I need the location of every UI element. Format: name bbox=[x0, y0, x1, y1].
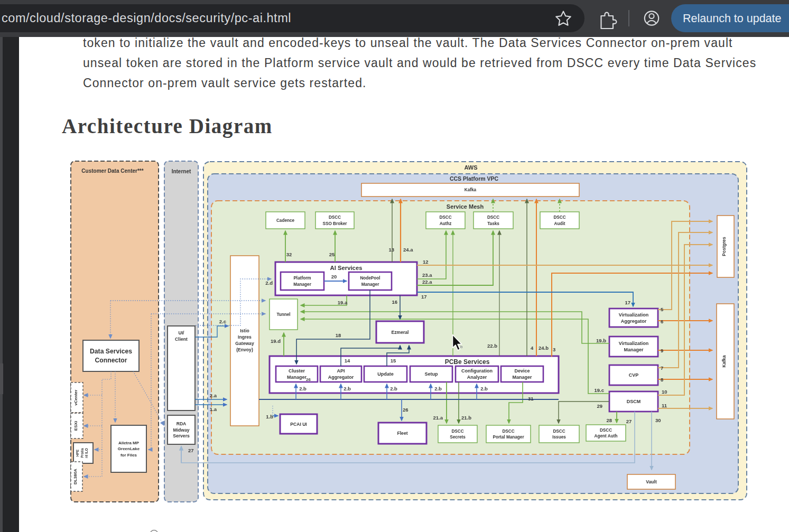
svg-text:Manager: Manager bbox=[287, 375, 307, 380]
svg-text:17: 17 bbox=[625, 300, 630, 305]
svg-text:17: 17 bbox=[421, 294, 427, 300]
svg-text:DSCC: DSCC bbox=[451, 429, 463, 434]
svg-text:23.a: 23.a bbox=[422, 272, 432, 278]
svg-text:Cluster: Cluster bbox=[289, 368, 305, 374]
svg-text:HPE: HPE bbox=[76, 449, 79, 456]
svg-text:28: 28 bbox=[606, 417, 612, 423]
svg-text:Platform: Platform bbox=[293, 276, 311, 281]
svg-text:31: 31 bbox=[528, 396, 534, 402]
svg-text:Tasks: Tasks bbox=[487, 221, 499, 226]
svg-text:Audit: Audit bbox=[554, 221, 565, 226]
svg-text:DSCC: DSCC bbox=[600, 428, 612, 433]
svg-text:24.b: 24.b bbox=[539, 345, 549, 351]
svg-text:Authz: Authz bbox=[440, 221, 452, 226]
svg-text:Kafka: Kafka bbox=[465, 188, 477, 192]
svg-text:19.d: 19.d bbox=[271, 338, 281, 344]
svg-text:b: b bbox=[460, 344, 463, 349]
svg-text:5: 5 bbox=[661, 306, 664, 312]
svg-text:2.b: 2.b bbox=[344, 386, 351, 391]
svg-text:29: 29 bbox=[597, 403, 602, 409]
svg-text:14: 14 bbox=[345, 358, 350, 363]
svg-text:19.a: 19.a bbox=[338, 300, 348, 305]
svg-text:25: 25 bbox=[329, 251, 335, 257]
svg-text:Update: Update bbox=[377, 371, 394, 377]
svg-text:CVP: CVP bbox=[629, 372, 639, 378]
svg-text:2.b: 2.b bbox=[434, 386, 442, 391]
svg-text:AI Services: AI Services bbox=[330, 265, 363, 271]
svg-text:DSCC: DSCC bbox=[553, 429, 565, 434]
svg-text:Configuration: Configuration bbox=[461, 368, 493, 374]
svg-text:Cadence: Cadence bbox=[276, 218, 295, 223]
svg-text:Ezmeral: Ezmeral bbox=[392, 330, 409, 335]
svg-text:PCAI UI: PCAI UI bbox=[290, 422, 307, 427]
svg-text:Kafka: Kafka bbox=[721, 355, 727, 367]
svg-text:DSCC: DSCC bbox=[502, 429, 514, 434]
svg-text:vCenter: vCenter bbox=[73, 390, 78, 406]
svg-text:Aggregator: Aggregator bbox=[621, 319, 647, 324]
svg-text:DSCC: DSCC bbox=[487, 215, 499, 220]
svg-text:Agent Auth: Agent Auth bbox=[595, 434, 618, 438]
svg-text:DL380A: DL380A bbox=[73, 469, 78, 484]
svg-text:for Files: for Files bbox=[120, 453, 137, 458]
svg-text:Midway: Midway bbox=[173, 427, 189, 433]
svg-text:20: 20 bbox=[331, 274, 337, 279]
svg-text:Connector: Connector bbox=[95, 357, 127, 364]
svg-text:11: 11 bbox=[662, 403, 667, 408]
svg-text:DSCC: DSCC bbox=[553, 215, 565, 220]
svg-text:2.b: 2.b bbox=[480, 386, 488, 391]
svg-text:10: 10 bbox=[662, 389, 667, 395]
svg-text:Prolia: Prolia bbox=[80, 448, 84, 458]
svg-text:Manager: Manager bbox=[624, 347, 644, 352]
svg-text:Virtualization: Virtualization bbox=[619, 341, 648, 346]
svg-text:26: 26 bbox=[306, 377, 311, 382]
svg-text:GreenLake: GreenLake bbox=[118, 446, 140, 451]
svg-text:Ingres: Ingres bbox=[238, 334, 252, 340]
svg-text:Setup: Setup bbox=[424, 371, 438, 377]
svg-text:AWS: AWS bbox=[464, 164, 477, 171]
svg-text:UI/: UI/ bbox=[179, 330, 185, 335]
svg-text:19.b: 19.b bbox=[596, 338, 606, 343]
svg-text:32: 32 bbox=[286, 251, 292, 257]
svg-text:24.a: 24.a bbox=[403, 247, 413, 253]
svg-text:8: 8 bbox=[661, 377, 663, 382]
svg-text:27: 27 bbox=[188, 447, 194, 453]
svg-text:Gateway: Gateway bbox=[235, 341, 254, 346]
svg-text:7: 7 bbox=[661, 365, 663, 371]
svg-text:30: 30 bbox=[655, 417, 661, 423]
svg-text:22.b: 22.b bbox=[487, 343, 497, 349]
svg-text:Analyzer: Analyzer bbox=[467, 375, 487, 380]
svg-text:26: 26 bbox=[403, 407, 409, 413]
svg-text:Client: Client bbox=[175, 337, 188, 342]
svg-text:6: 6 bbox=[661, 319, 663, 324]
svg-text:Istio: Istio bbox=[240, 328, 249, 333]
svg-text:RDA: RDA bbox=[177, 421, 187, 426]
svg-text:Data Services: Data Services bbox=[90, 348, 132, 355]
svg-text:Manager: Manager bbox=[293, 282, 311, 287]
svg-text:Postgres: Postgres bbox=[721, 237, 727, 256]
svg-text:NodePool: NodePool bbox=[360, 276, 380, 281]
svg-text:1.a: 1.a bbox=[210, 406, 217, 412]
svg-text:2.c: 2.c bbox=[219, 319, 226, 324]
svg-text:19.c: 19.c bbox=[595, 387, 605, 393]
svg-text:Portal Manager: Portal Manager bbox=[493, 435, 524, 440]
svg-text:Service Mesh: Service Mesh bbox=[447, 203, 484, 210]
svg-text:16: 16 bbox=[392, 299, 397, 305]
svg-text:CCS Platform VPC: CCS Platform VPC bbox=[450, 175, 499, 182]
svg-text:(Envoy): (Envoy) bbox=[236, 347, 253, 352]
svg-text:Aggregator: Aggregator bbox=[328, 375, 354, 380]
svg-text:Virtualization: Virtualization bbox=[619, 312, 648, 318]
svg-text:Manager: Manager bbox=[512, 375, 532, 380]
svg-text:22.a: 22.a bbox=[422, 279, 432, 285]
svg-text:9: 9 bbox=[661, 348, 663, 353]
svg-text:Secrets: Secrets bbox=[450, 435, 466, 440]
svg-text:3: 3 bbox=[553, 347, 555, 352]
svg-text:Servers: Servers bbox=[173, 433, 190, 438]
svg-text:Manager: Manager bbox=[361, 282, 379, 287]
svg-text:PCBe Services: PCBe Services bbox=[445, 358, 490, 366]
svg-text:Issues: Issues bbox=[552, 435, 566, 440]
svg-text:DSCC: DSCC bbox=[329, 215, 341, 220]
svg-text:1.b: 1.b bbox=[266, 414, 273, 419]
svg-text:Vault: Vault bbox=[646, 479, 657, 484]
svg-text:DSCM: DSCM bbox=[627, 399, 641, 404]
svg-text:Fleet: Fleet bbox=[397, 431, 407, 436]
